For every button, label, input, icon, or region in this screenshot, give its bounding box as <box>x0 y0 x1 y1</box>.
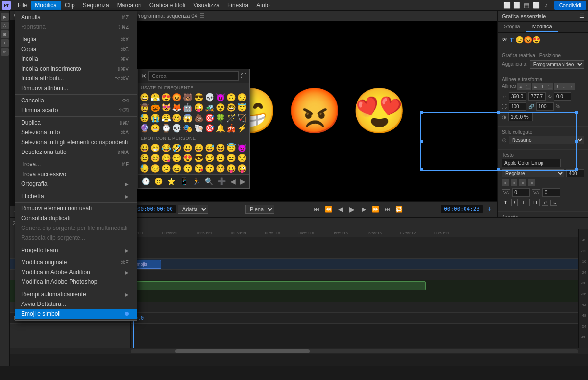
menu-trova[interactable]: Trova... ⌘F <box>15 159 137 169</box>
sel-handle-ml[interactable] <box>420 140 423 143</box>
menu-marcatori[interactable]: Marcatori <box>113 1 146 10</box>
emoji-emoticon-item[interactable]: 😈 <box>237 143 247 152</box>
ge-leading-val[interactable] <box>542 188 560 197</box>
emoji-frequent-item[interactable]: 😭 <box>150 113 160 123</box>
emoji-frequent-item[interactable]: 🙃 <box>226 92 236 102</box>
emoji-frequent-item[interactable]: 😵 <box>216 102 225 112</box>
ge-aggancia-select[interactable]: Fotogramma video <box>530 60 584 69</box>
menu-annulla[interactable]: Annulla ⌘Z <box>15 12 137 22</box>
emoji-emoticon-item[interactable]: 🤣 <box>172 143 182 152</box>
menu-modifica[interactable]: Modifica <box>31 1 61 10</box>
emoji-emoticon-item[interactable]: 😁 <box>150 143 160 152</box>
menu-seleziona-corrispondenti[interactable]: Seleziona tutti gli elementi corrisponde… <box>15 137 137 147</box>
emoji-emoticon-item[interactable]: 😌 <box>172 153 182 163</box>
ge-italic-btn[interactable]: T <box>511 199 518 206</box>
emoji-cat-search[interactable]: 🔍 <box>204 177 214 186</box>
sel-handle-tl[interactable] <box>420 111 423 114</box>
pc-btn-back-frame[interactable]: ◀ <box>335 204 345 214</box>
align-hcenter[interactable]: ⬛ <box>524 83 531 90</box>
emoji-emoticon-item[interactable]: 😊 <box>150 153 160 163</box>
tl-scrollbar[interactable] <box>131 349 578 353</box>
emoji-frequent-item[interactable]: 😤 <box>150 92 160 102</box>
emoji-emoticon-item[interactable]: 😓 <box>140 163 149 173</box>
pc-btn-fwd-end[interactable]: ⏭ <box>382 204 392 214</box>
menu-etichetta[interactable]: Etichetta ▶ <box>15 191 137 201</box>
left-panel-btn-4[interactable]: ⌖ <box>1 39 9 47</box>
menu-seleziona-tutto[interactable]: Seleziona tutto ⌘A <box>15 127 137 137</box>
emoji-frequent-item[interactable]: 😤 <box>161 113 171 123</box>
ge-font-weight[interactable] <box>566 169 584 177</box>
emoji-emoticon-item[interactable]: 😛 <box>226 163 236 173</box>
emoji-emoticon-item[interactable]: 😃 <box>183 143 193 152</box>
ge-tab-modifica[interactable]: Modifica <box>526 22 558 32</box>
emoji-emoticon-item[interactable]: 😕 <box>161 163 171 173</box>
emoji-frequent-item[interactable]: 😎 <box>194 92 204 102</box>
menu-trova-successivo[interactable]: Trova successivo <box>15 169 137 179</box>
tl-track-row-a3[interactable] <box>131 291 578 302</box>
emoji-emoticon-item[interactable]: 😙 <box>205 163 215 173</box>
emoji-frequent-item[interactable]: 🐻 <box>183 92 193 102</box>
ge-bold-btn[interactable]: T <box>502 199 509 206</box>
emoji-frequent-item[interactable]: 😡 <box>172 92 182 102</box>
menu-sequenza[interactable]: Sequenza <box>79 1 113 10</box>
menu-consolida-duplicati[interactable]: Consolida duplicati <box>15 213 137 223</box>
emoji-frequent-item[interactable]: 🚜 <box>205 102 215 112</box>
emoji-emoticon-item[interactable]: 😍 <box>183 153 193 163</box>
emoji-frequent-item[interactable]: 😱 <box>183 113 193 123</box>
pc-btn-step-fwd[interactable]: ⏩ <box>370 204 380 214</box>
ge-text-icon[interactable]: T <box>510 36 514 44</box>
emoji-frequent-item[interactable]: 😈 <box>216 92 225 102</box>
ge-tracking-val[interactable] <box>512 188 530 197</box>
emoji-frequent-item[interactable]: 🎯 <box>205 123 215 133</box>
emoji-cat-next[interactable]: ▶ <box>239 177 246 186</box>
align-distribute-h[interactable]: ↔ <box>561 83 568 90</box>
menu-elimina-scarto[interactable]: Elimina scarto ⇧⌫ <box>15 105 137 115</box>
left-panel-btn-5[interactable]: ✏ <box>1 48 9 56</box>
text-align-center[interactable]: ≡ <box>511 179 517 186</box>
emoji-frequent-item[interactable]: 🎪 <box>226 123 236 133</box>
emoji-cat-prev[interactable]: ◀ <box>229 177 237 186</box>
emoji-emoticon-item[interactable]: 😖 <box>172 163 182 173</box>
emoji-emoticon-item[interactable]: 😉 <box>140 153 149 163</box>
emoji-frequent-item[interactable]: 🔔 <box>216 123 225 133</box>
menu-modifica-audition[interactable]: Modifica in Adobe Audition ▶ <box>15 267 137 277</box>
menu-progetto-team[interactable]: Progetto team ▶ <box>15 245 137 255</box>
align-left[interactable]: ⫷ <box>517 83 524 90</box>
ge-scale-x[interactable] <box>509 102 526 111</box>
ge-opacity[interactable] <box>508 113 533 121</box>
emoji-frequent-item[interactable]: ⌚ <box>161 123 171 133</box>
menu-avvia-dettatura[interactable]: Avvia Dettatura... <box>15 299 137 309</box>
menu-ortografia[interactable]: Ortografia ▶ <box>15 179 137 189</box>
topbar-icon-1[interactable]: ⬜ <box>502 0 512 10</box>
align-distribute-v[interactable]: ↕ <box>568 83 575 90</box>
emoji-frequent-item[interactable]: ⚡ <box>237 123 247 133</box>
emoji-emoticon-item[interactable]: 😒 <box>237 153 247 163</box>
ge-pos-y[interactable] <box>528 92 546 101</box>
pc-btn-add[interactable]: + <box>485 204 494 214</box>
emoji-frequent-item[interactable]: 😓 <box>140 113 149 123</box>
menu-riempi-automaticamente[interactable]: Riempi automaticamente ▶ <box>15 289 137 299</box>
tl-track-row-v2[interactable] <box>131 248 578 259</box>
pc-btn-play[interactable]: ▶ <box>347 204 357 214</box>
emoji-frequent-item[interactable]: 😇 <box>237 102 247 112</box>
left-panel-btn-1[interactable]: ▶ <box>1 13 9 21</box>
emoji-cat-star[interactable]: ⭐ <box>166 177 176 186</box>
emoji-frequent-item[interactable]: 🤓 <box>226 102 236 112</box>
emoji-emoticon-item[interactable]: 😅 <box>205 143 215 152</box>
menu-aiuto[interactable]: Aiuto <box>252 1 273 10</box>
ge-rotation[interactable] <box>554 92 571 101</box>
emoji-frequent-item[interactable]: 🤖 <box>183 102 193 112</box>
menu-copia[interactable]: Copia ⌘C <box>15 44 137 54</box>
emoji-emoticon-item[interactable]: 😇 <box>226 143 236 152</box>
emoji-frequent-item[interactable]: 🤠 <box>140 102 149 112</box>
emoji-frequent-item[interactable]: 😏 <box>237 92 247 102</box>
menu-incolla-inserimento[interactable]: Incolla con inserimento ⇧⌘V <box>15 64 137 74</box>
pc-btn-loop[interactable]: 🔁 <box>394 204 404 214</box>
emoji-frequent-item[interactable]: 🥴 <box>172 113 182 123</box>
emoji-frequent-item[interactable]: 💀 <box>205 92 215 102</box>
ge-underline-btn[interactable]: T <box>520 199 527 206</box>
emoji-frequent-item[interactable]: 😀 <box>140 92 149 102</box>
tl-track-row-a1[interactable] <box>131 270 578 280</box>
topbar-icon-2[interactable]: ⬜ <box>512 0 522 10</box>
emoji-frequent-item[interactable]: 💀 <box>172 123 182 133</box>
